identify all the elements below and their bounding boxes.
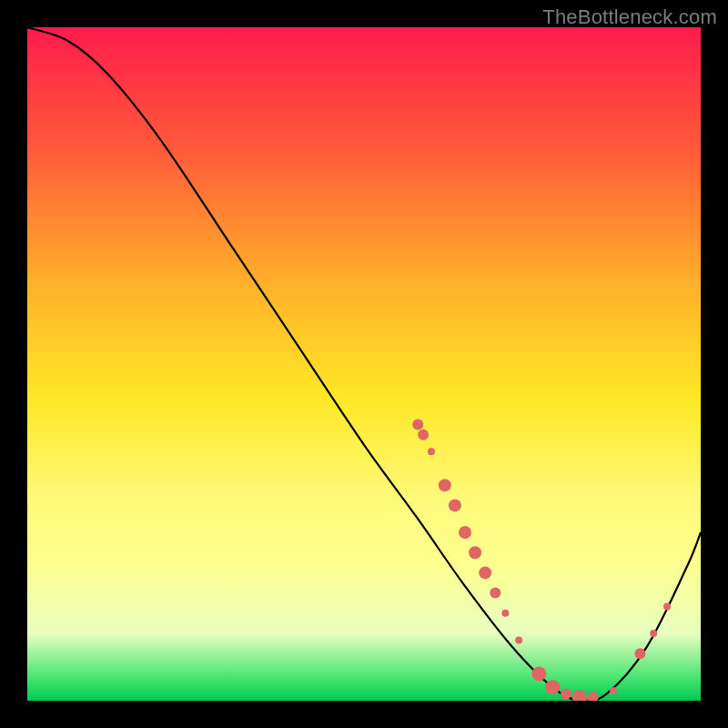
- highlight-dot: [428, 448, 435, 455]
- highlight-dot: [561, 689, 571, 700]
- highlight-dot: [439, 479, 451, 491]
- highlight-dot: [490, 588, 500, 599]
- highlight-dot: [545, 680, 560, 694]
- bottleneck-curve: [27, 27, 701, 701]
- highlight-dot: [572, 690, 587, 701]
- highlight-dot: [459, 526, 471, 539]
- highlight-dot: [479, 566, 491, 579]
- highlight-dot: [515, 636, 522, 643]
- highlight-dot: [501, 610, 509, 617]
- outer-frame: TheBottleneck.com: [0, 0, 728, 728]
- watermark-text: TheBottleneck.com: [542, 5, 717, 29]
- highlight-dot: [412, 420, 423, 430]
- highlight-dot: [634, 648, 645, 659]
- highlight-dot: [418, 430, 429, 440]
- plot-area: [27, 27, 701, 701]
- highlight-dots-group: [412, 420, 671, 701]
- chart-svg: [27, 27, 701, 701]
- highlight-dot: [610, 687, 617, 694]
- highlight-dot: [469, 546, 481, 559]
- highlight-dot: [663, 602, 671, 610]
- highlight-dot: [531, 666, 546, 681]
- highlight-dot: [449, 499, 461, 511]
- highlight-dot: [650, 630, 657, 637]
- highlight-dot: [588, 692, 599, 701]
